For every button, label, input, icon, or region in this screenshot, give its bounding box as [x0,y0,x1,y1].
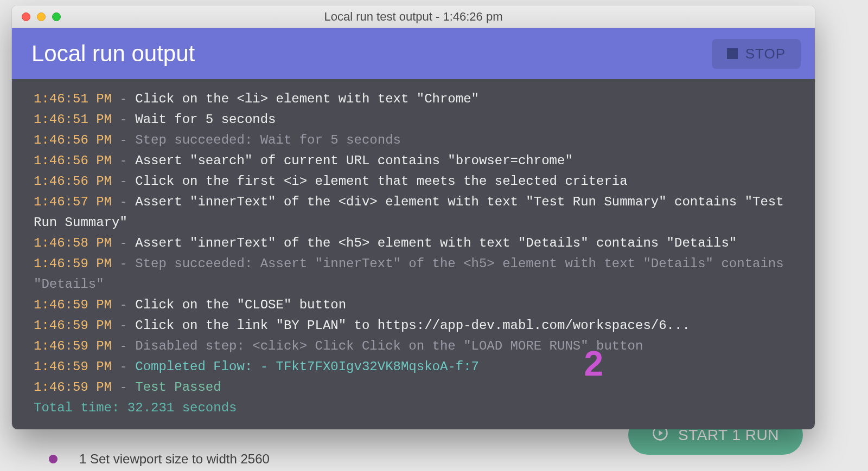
log-separator: - [112,112,135,127]
window-titlebar[interactable]: Local run test output - 1:46:26 pm [12,5,815,28]
log-timestamp: 1:46:51 PM [34,112,112,127]
log-message: Click on the link "BY PLAN" to https://a… [135,318,690,333]
log-timestamp: 1:46:59 PM [34,318,112,333]
log-line: 1:46:56 PM - Click on the first <i> elem… [34,171,805,192]
log-line: 1:46:59 PM - Completed Flow: - TFkt7FX0I… [34,357,805,377]
log-line: 1:46:51 PM - Click on the <li> element w… [34,89,805,109]
log-timestamp: 1:46:59 PM [34,298,112,312]
log-line: 1:46:57 PM - Assert "innerText" of the <… [34,192,805,233]
log-message: Disabled step: <click> Click Click on th… [135,339,643,353]
step-bullet-icon [49,455,58,463]
log-timestamp: 1:46:59 PM [34,256,112,271]
log-line: 1:46:59 PM - Click on the "CLOSE" button [34,295,805,315]
log-separator: - [112,153,135,168]
log-timestamp: 1:46:59 PM [34,380,112,395]
log-line: 1:46:56 PM - Step succeeded: Wait for 5 … [34,130,805,151]
log-separator: - [112,298,135,312]
minimize-icon[interactable] [37,12,46,21]
log-separator: - [112,318,135,333]
total-time-line: Total time: 32.231 seconds [34,398,805,418]
panel-header: Local run output STOP [12,28,815,79]
log-timestamp: 1:46:51 PM [34,92,112,106]
log-message: Assert "search" of current URL contains … [135,153,573,168]
log-message: Assert "innerText" of the <h5> element w… [135,236,737,250]
log-timestamp: 1:46:59 PM [34,359,112,374]
stop-button[interactable]: STOP [712,39,801,69]
background-step-text: 1 Set viewport size to width 2560 [79,451,270,467]
panel-title: Local run output [31,41,195,67]
log-timestamp: 1:46:56 PM [34,153,112,168]
log-timestamp: 1:46:59 PM [34,339,112,353]
log-line: 1:46:59 PM - Click on the link "BY PLAN"… [34,315,805,336]
log-message: Click on the "CLOSE" button [135,298,346,312]
stop-icon [727,48,738,59]
log-message: Step succeeded: Assert "innerText" of th… [34,256,784,292]
log-line: 1:46:56 PM - Assert "search" of current … [34,151,805,171]
log-separator: - [112,174,135,189]
log-message: Click on the first <i> element that meet… [135,174,627,189]
window-title: Local run test output - 1:46:26 pm [12,10,815,24]
log-separator: - [112,339,135,353]
traffic-lights [22,12,61,21]
log-message: Step succeeded: Wait for 5 seconds [135,133,401,147]
log-message: Wait for 5 seconds [135,112,276,127]
terminal-output[interactable]: 1:46:51 PM - Click on the <li> element w… [12,79,815,429]
log-line: 1:46:59 PM - Step succeeded: Assert "inn… [34,254,805,295]
log-timestamp: 1:46:57 PM [34,195,112,209]
close-icon[interactable] [22,12,30,21]
log-line: 1:46:59 PM - Disabled step: <click> Clic… [34,336,805,357]
log-timestamp: 1:46:56 PM [34,174,112,189]
log-line: 1:46:51 PM - Wait for 5 seconds [34,109,805,130]
log-timestamp: 1:46:56 PM [34,133,112,147]
log-separator: - [112,256,135,271]
log-message: Completed Flow: - TFkt7FX0Igv32VK8MqskoA… [135,359,479,374]
log-message: Test Passed [135,380,221,395]
log-message: Click on the <li> element with text "Chr… [135,92,479,106]
annotation-marker: 2 [584,353,603,374]
log-timestamp: 1:46:58 PM [34,236,112,250]
log-separator: - [112,195,135,209]
log-separator: - [112,359,135,374]
stop-label: STOP [745,46,786,62]
background-step-row: 1 Set viewport size to width 2560 [49,451,270,467]
output-window: Local run test output - 1:46:26 pm Local… [12,5,815,429]
log-separator: - [112,92,135,106]
log-line: 1:46:59 PM - Test Passed [34,377,805,398]
log-line: 1:46:58 PM - Assert "innerText" of the <… [34,233,805,254]
log-message: Assert "innerText" of the <div> element … [34,195,784,230]
log-separator: - [112,236,135,250]
log-separator: - [112,380,135,395]
log-separator: - [112,133,135,147]
maximize-icon[interactable] [52,12,61,21]
